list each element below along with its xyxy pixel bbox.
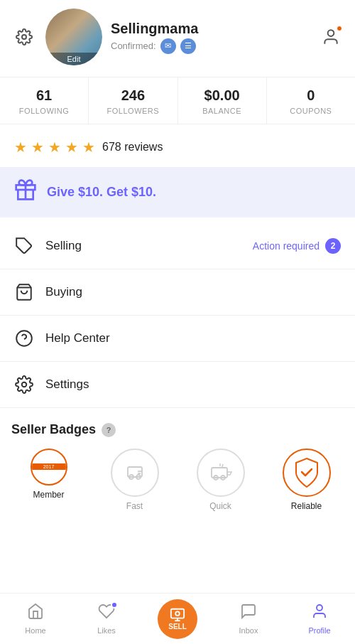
followers-label: FOLLOWERS — [107, 107, 160, 115]
likes-notification-dot — [111, 601, 118, 608]
sell-button[interactable]: SELL — [158, 599, 197, 639]
svg-point-1 — [328, 30, 334, 36]
nav-sell[interactable]: SELL — [142, 594, 213, 644]
help-circle-icon — [14, 328, 34, 348]
stats-row: 61 FOLLOWING 246 FOLLOWERS $0.00 BALANCE… — [0, 77, 355, 124]
view-profile-button[interactable] — [318, 24, 344, 50]
coupons-label: COUPONS — [290, 107, 332, 115]
stat-balance[interactable]: $0.00 BALANCE — [178, 77, 267, 124]
menu-item-selling[interactable]: Selling Action required 2 — [0, 223, 355, 269]
settings-button[interactable] — [11, 24, 37, 50]
confirmed-row: Confirmed: ✉ ☰ — [111, 38, 318, 54]
action-required-text: Action required — [253, 240, 320, 252]
badges-help-icon[interactable]: ? — [102, 423, 116, 437]
badges-header: Seller Badges ? — [11, 422, 344, 437]
phone-verified-icon: ☰ — [180, 38, 196, 54]
tag-icon — [14, 236, 34, 256]
nav-home[interactable]: Home — [0, 594, 71, 644]
stat-following[interactable]: 61 FOLLOWING — [0, 77, 89, 124]
badge-member: 2017 Member — [11, 449, 86, 511]
star-5: ★ — [82, 139, 95, 156]
menu-list: Selling Action required 2 Buying Help Ce… — [0, 223, 355, 408]
badges-row: 2017 Member Fast — [11, 449, 344, 511]
fast-badge-icon — [111, 449, 159, 497]
member-badge-label: Member — [33, 490, 64, 500]
reliable-badge-icon — [283, 449, 331, 497]
star-2: ★ — [31, 139, 44, 156]
svg-point-23 — [317, 605, 322, 611]
profile-icon — [311, 603, 328, 624]
heart-icon — [98, 603, 115, 624]
badge-fast: Fast — [97, 449, 172, 511]
inbox-icon — [240, 603, 257, 624]
badges-title: Seller Badges — [11, 422, 96, 437]
bottom-nav: Home Likes SELL Inbox — [0, 593, 355, 644]
sell-label: SELL — [168, 623, 187, 630]
svg-rect-19 — [171, 609, 184, 618]
svg-point-0 — [22, 35, 26, 39]
reviews-count: 678 reviews — [102, 141, 163, 154]
buying-label: Buying — [45, 285, 341, 299]
inbox-nav-label: Inbox — [239, 626, 258, 635]
gift-icon — [14, 178, 37, 206]
promo-text: Give $10. Get $10. — [47, 185, 156, 200]
member-badge-icon: 2017 — [31, 449, 67, 485]
reliable-badge-label: Reliable — [291, 501, 322, 511]
svg-point-8 — [22, 382, 27, 387]
home-nav-label: Home — [25, 626, 45, 635]
likes-nav-label: Likes — [97, 626, 116, 635]
selling-label: Selling — [45, 239, 241, 253]
balance-label: BALANCE — [202, 107, 241, 115]
svg-point-20 — [175, 611, 180, 616]
settings-icon — [14, 375, 34, 395]
star-1: ★ — [14, 139, 27, 156]
shopping-bag-icon — [14, 282, 34, 302]
settings-label: Settings — [45, 377, 341, 392]
nav-profile[interactable]: Profile — [284, 594, 355, 644]
svg-point-6 — [16, 331, 32, 346]
help-label: Help Center — [45, 331, 341, 345]
menu-item-buying[interactable]: Buying — [0, 269, 355, 316]
email-verified-icon: ✉ — [160, 38, 176, 54]
header-info: Sellingmama Confirmed: ✉ ☰ — [111, 21, 318, 54]
confirmed-text: Confirmed: — [111, 41, 156, 51]
following-label: FOLLOWING — [19, 107, 70, 115]
profile-nav-label: Profile — [308, 626, 330, 635]
star-3: ★ — [48, 139, 61, 156]
svg-line-18 — [222, 464, 223, 467]
followers-value: 246 — [89, 87, 177, 104]
username: Sellingmama — [111, 21, 318, 37]
action-badge: 2 — [325, 238, 341, 254]
fast-badge-label: Fast — [126, 501, 143, 511]
avatar[interactable]: Edit — [45, 9, 102, 65]
home-icon — [27, 603, 44, 624]
nav-inbox[interactable]: Inbox — [213, 594, 284, 644]
quick-badge-icon — [197, 449, 245, 497]
star-4: ★ — [65, 139, 78, 156]
badges-section: Seller Badges ? 2017 Member — [0, 408, 355, 518]
menu-item-settings[interactable]: Settings — [0, 362, 355, 408]
menu-item-help[interactable]: Help Center — [0, 316, 355, 362]
promo-banner[interactable]: Give $10. Get $10. — [0, 167, 355, 218]
balance-value: $0.00 — [178, 87, 266, 104]
nav-likes[interactable]: Likes — [71, 594, 142, 644]
stat-coupons[interactable]: 0 COUPONS — [267, 77, 355, 124]
coupons-value: 0 — [267, 87, 355, 104]
badge-reliable: Reliable — [269, 449, 344, 511]
quick-badge-label: Quick — [209, 501, 231, 511]
following-value: 61 — [0, 87, 88, 104]
badge-quick: Quick — [183, 449, 258, 511]
stat-followers[interactable]: 246 FOLLOWERS — [89, 77, 178, 124]
header: Edit Sellingmama Confirmed: ✉ ☰ — [0, 0, 355, 71]
reviews-row: ★ ★ ★ ★ ★ 678 reviews — [0, 130, 355, 164]
edit-label: Edit — [45, 53, 102, 65]
action-required-group: Action required 2 — [253, 238, 341, 254]
